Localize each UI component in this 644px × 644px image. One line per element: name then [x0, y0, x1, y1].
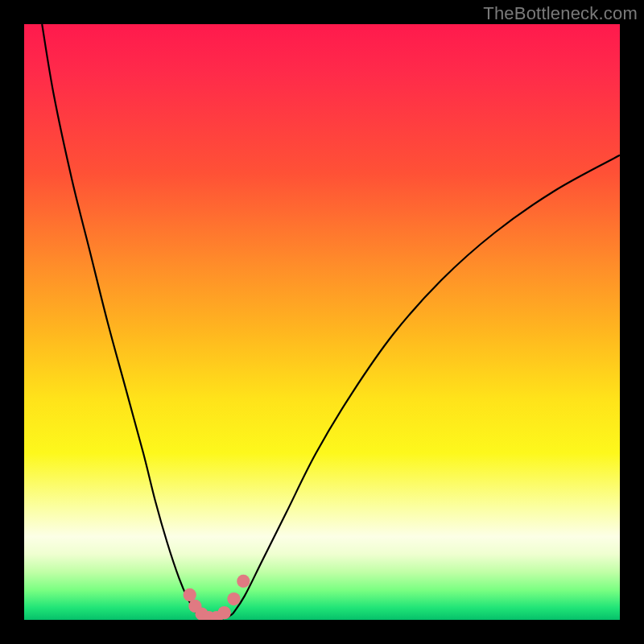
- valley-marker: [184, 588, 196, 601]
- watermark-text: TheBottleneck.com: [483, 3, 638, 24]
- curve-svg: [24, 24, 620, 620]
- valley-marker: [237, 575, 250, 588]
- curve-left-branch: [42, 24, 196, 614]
- valley-marker: [218, 606, 231, 619]
- plot-area: [24, 24, 620, 620]
- valley-marker: [227, 592, 240, 605]
- chart-frame: TheBottleneck.com: [0, 0, 644, 644]
- curve-right-branch: [233, 155, 620, 614]
- valley-markers-group: [184, 575, 250, 620]
